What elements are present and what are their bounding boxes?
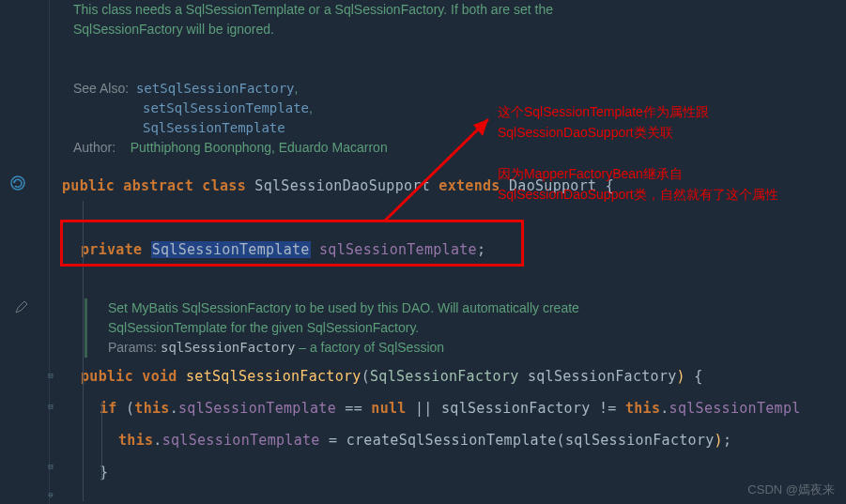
method-signature: public void setSqlSessionFactory(SqlSess… bbox=[81, 367, 846, 386]
javadoc-text: SqlSessionFactory will be ignored. bbox=[73, 22, 274, 37]
javadoc-link[interactable]: setSqlSessionTemplate bbox=[143, 100, 309, 115]
edit-icon[interactable] bbox=[15, 300, 28, 317]
params-label: Params: bbox=[108, 340, 157, 355]
fold-marker[interactable]: ⊟ bbox=[46, 371, 55, 381]
author-label: Author: bbox=[73, 140, 115, 155]
override-icon[interactable] bbox=[9, 175, 26, 195]
javadoc-text: This class needs a SqlSessionTemplate or… bbox=[73, 2, 553, 17]
javadoc-text: SqlSessionTemplate for the given SqlSess… bbox=[108, 320, 419, 335]
indent-guide bbox=[101, 402, 102, 481]
class-javadoc: This class needs a SqlSessionTemplate or… bbox=[73, 0, 846, 158]
javadoc-link[interactable]: setSqlSessionFactory bbox=[136, 81, 295, 96]
assignment: this.sqlSessionTemplate = createSqlSessi… bbox=[118, 431, 846, 450]
fold-marker[interactable]: ⊟ bbox=[46, 402, 55, 412]
author-value: Putthiphong Boonphong, Eduardo Macarron bbox=[131, 140, 388, 155]
fold-marker[interactable]: ⊖ bbox=[46, 490, 55, 500]
if-statement: if (this.sqlSessionTemplate == null || s… bbox=[100, 399, 846, 418]
javadoc-text: Set MyBatis SqlSessionFactory to be used… bbox=[108, 300, 579, 315]
field-declaration: private SqlSessionTemplate sqlSessionTem… bbox=[81, 240, 846, 259]
param-desc: – a factory of SqlSession bbox=[295, 340, 444, 355]
method-javadoc: Set MyBatis SqlSessionFactory to be used… bbox=[85, 298, 846, 358]
param-name: sqlSessionFactory bbox=[161, 340, 295, 355]
gutter bbox=[0, 0, 50, 504]
watermark: CSDN @嫣夜来 bbox=[747, 481, 835, 498]
code-editor[interactable]: ⊟ ⊟ ⊟ ⊖ This class needs a SqlSessionTem… bbox=[0, 0, 846, 504]
indent-guide bbox=[83, 201, 84, 501]
fold-marker[interactable]: ⊟ bbox=[46, 462, 55, 472]
class-declaration: public abstract class SqlSessionDaoSuppo… bbox=[62, 176, 846, 195]
javadoc-link[interactable]: SqlSessionTemplate bbox=[143, 120, 285, 135]
seealso-label: See Also: bbox=[73, 81, 129, 96]
highlighted-type: SqlSessionTemplate bbox=[151, 241, 311, 258]
code-area[interactable]: This class needs a SqlSessionTemplate or… bbox=[62, 0, 846, 481]
close-brace: } bbox=[100, 463, 846, 481]
